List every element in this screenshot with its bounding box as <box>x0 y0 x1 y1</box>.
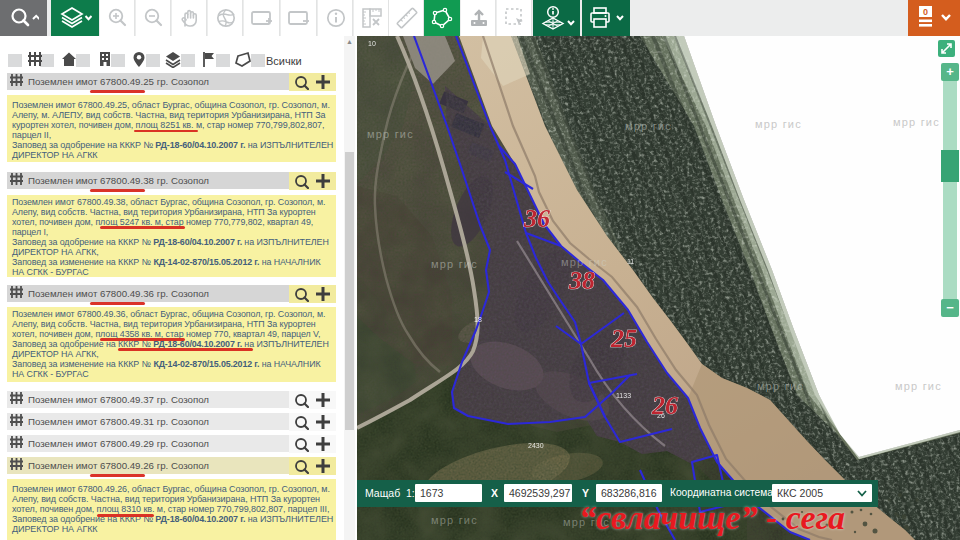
svg-text:25: 25 <box>610 324 637 353</box>
svg-text:2430: 2430 <box>528 442 544 449</box>
svg-text:0: 0 <box>923 7 928 17</box>
svg-text:36: 36 <box>523 204 550 233</box>
svg-text:38: 38 <box>568 266 595 295</box>
svg-text:18: 18 <box>474 316 482 323</box>
svg-text:11: 11 <box>627 258 634 265</box>
svg-text:26: 26 <box>651 391 678 420</box>
svg-text:10: 10 <box>368 40 376 47</box>
svg-text:1133: 1133 <box>616 392 631 399</box>
